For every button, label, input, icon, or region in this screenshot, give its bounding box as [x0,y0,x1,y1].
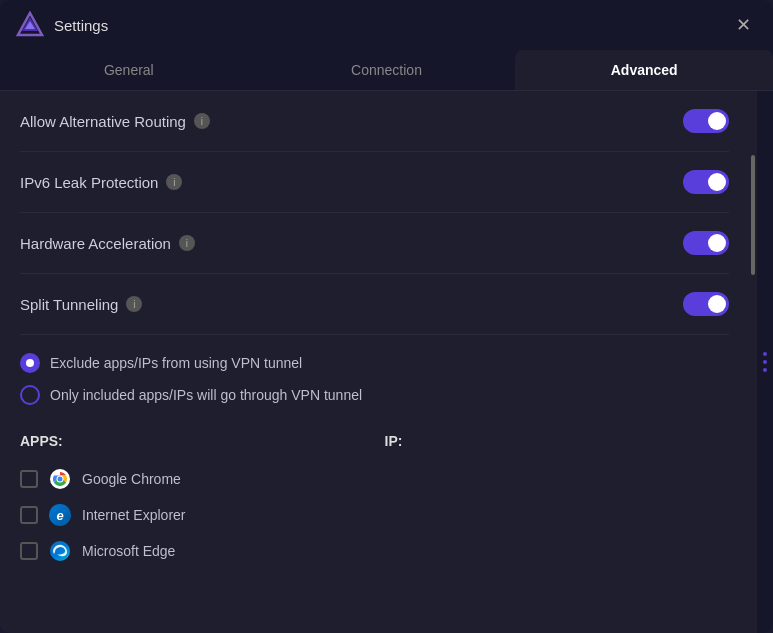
radio-include[interactable]: Only included apps/IPs will go through V… [20,379,729,411]
radio-exclude[interactable]: Exclude apps/IPs from using VPN tunnel [20,347,729,379]
chrome-checkbox[interactable] [20,470,38,488]
radio-exclude-label: Exclude apps/IPs from using VPN tunnel [50,355,302,371]
edge-checkbox[interactable] [20,542,38,560]
toggle-thumb [708,234,726,252]
radio-include-label: Only included apps/IPs will go through V… [50,387,362,403]
ip-column: IP: [385,433,730,569]
ipv6-leak-info-icon[interactable]: i [166,174,182,190]
list-item: e Internet Explorer [20,497,365,533]
app-logo [16,11,44,39]
scrollbar-track[interactable] [749,91,757,633]
edge-dot [763,360,767,364]
toggle-thumb [708,295,726,313]
toggle-thumb [708,112,726,130]
title-bar: Settings ✕ [0,0,773,50]
radio-include-circle [20,385,40,405]
settings-window: Settings ✕ General Connection Advanced A… [0,0,773,633]
hardware-accel-info-icon[interactable]: i [179,235,195,251]
ie-icon: e [48,503,72,527]
edge-dot [763,352,767,356]
ipv6-leak-row: IPv6 Leak Protection i [20,152,729,213]
svg-point-5 [58,477,63,482]
hardware-accel-toggle[interactable] [683,231,729,255]
tab-bar: General Connection Advanced [0,50,773,91]
chrome-app-name: Google Chrome [82,471,181,487]
split-tunneling-row: Split Tunneling i [20,274,729,335]
hardware-accel-label: Hardware Acceleration i [20,235,195,252]
list-item: Google Chrome [20,461,365,497]
apps-column: APPS: [20,433,365,569]
apps-section-label: APPS: [20,433,365,449]
scrollbar-thumb [751,155,755,275]
ie-app-name: Internet Explorer [82,507,186,523]
edge-icon [48,539,72,563]
window-title: Settings [54,17,729,34]
allow-alt-routing-label: Allow Alternative Routing i [20,113,210,130]
scroll-area: Allow Alternative Routing i IPv6 Leak Pr… [0,91,749,633]
tab-general[interactable]: General [0,50,258,90]
split-tunneling-toggle[interactable] [683,292,729,316]
ip-section-label: IP: [385,433,730,449]
ipv6-leak-label: IPv6 Leak Protection i [20,174,182,191]
toggle-thumb [708,173,726,191]
ipv6-leak-toggle[interactable] [683,170,729,194]
allow-alt-routing-info-icon[interactable]: i [194,113,210,129]
list-item: Microsoft Edge [20,533,365,569]
radio-exclude-circle [20,353,40,373]
right-edge-decoration [757,91,773,633]
ie-icon-wrap: e [49,504,71,526]
hardware-accel-row: Hardware Acceleration i [20,213,729,274]
chrome-icon [48,467,72,491]
edge-dot [763,368,767,372]
allow-alt-routing-toggle[interactable] [683,109,729,133]
split-tunneling-label: Split Tunneling i [20,296,142,313]
close-button[interactable]: ✕ [729,11,757,39]
edge-app-name: Microsoft Edge [82,543,175,559]
split-tunneling-options: Exclude apps/IPs from using VPN tunnel O… [20,335,729,423]
tab-connection[interactable]: Connection [258,50,516,90]
content-area: Allow Alternative Routing i IPv6 Leak Pr… [0,91,773,633]
tab-advanced[interactable]: Advanced [515,50,773,90]
apps-ip-section: APPS: [20,423,729,579]
allow-alt-routing-row: Allow Alternative Routing i [20,91,729,152]
split-tunneling-info-icon[interactable]: i [126,296,142,312]
ie-checkbox[interactable] [20,506,38,524]
